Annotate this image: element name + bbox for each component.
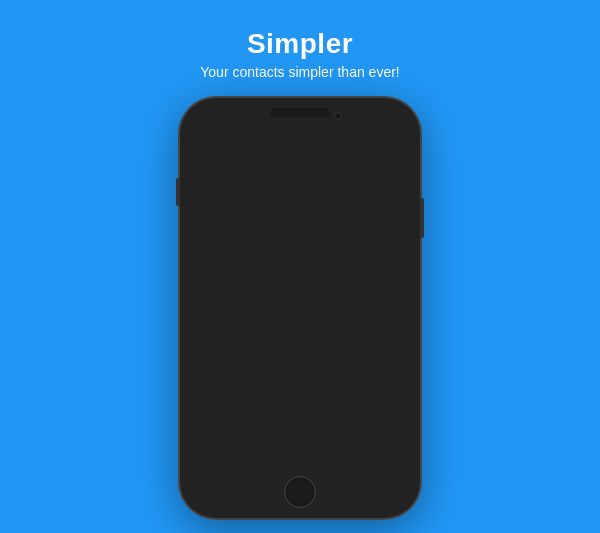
contact-detail: Software Engineer, Apple (242, 268, 343, 278)
more-tab-icon: ≡ (367, 434, 376, 452)
contact-detail: Web Developer, AT&T (242, 397, 330, 407)
search-placeholder: Search (225, 212, 254, 222)
section-header-a: A (192, 231, 408, 246)
avatar: AL (202, 294, 234, 326)
contact-name: Anthony Taylor (242, 385, 330, 397)
alpha-d[interactable]: D (400, 315, 406, 323)
alpha-p[interactable]: P (400, 408, 406, 416)
alpha-i[interactable]: I (400, 354, 406, 362)
page-header: Simpler Your contacts simpler than ever! (200, 28, 399, 80)
phone-wrapper: Carrier 6:30 PM ✏ Contacts Groups + (180, 98, 420, 518)
alpha-k[interactable]: K (400, 369, 406, 377)
alpha-l[interactable]: L (400, 377, 406, 385)
alpha-m[interactable]: M (400, 385, 406, 393)
contacts-tab-label: Contacts (212, 453, 244, 462)
alpha-g[interactable]: G (400, 338, 406, 346)
bottom-tab-bar: ☰ Contacts ⚒ Tools ≡ More (192, 426, 408, 466)
phone-speaker (270, 108, 330, 118)
contact-detail: Sales & BD, H&M (242, 311, 313, 321)
phone-home-button[interactable] (284, 476, 316, 508)
contacts-tab-icon: ☰ (221, 433, 235, 452)
alpha-b[interactable]: B (400, 299, 406, 307)
alpha-r[interactable]: R (400, 424, 406, 426)
tab-contacts-bottom[interactable]: ☰ Contacts (192, 433, 264, 462)
more-tab-label: More (363, 453, 381, 462)
toolbar: ✏ Contacts Groups + (192, 168, 408, 204)
alpha-h[interactable]: H (400, 346, 406, 354)
edit-icon[interactable]: ✏ (202, 176, 215, 195)
contact-arnold-wells[interactable]: AW Arnold Wells Sales, Nespresso (192, 418, 408, 426)
alpha-a[interactable]: A (400, 291, 406, 299)
contact-info: Andrey Miller Student, Standford (242, 342, 317, 364)
contact-info: Anthony Taylor Web Developer, AT&T (242, 385, 330, 407)
carrier-label: Carrier (202, 154, 232, 164)
tools-tab-label: Tools (291, 453, 310, 462)
phone-camera (334, 112, 342, 120)
avatar: AM (202, 337, 234, 369)
contact-amy-lewis[interactable]: AL Amy Lewis Sales & BD, H&M (192, 289, 408, 332)
contact-name: Amy Lewis (242, 299, 313, 311)
alpha-q[interactable]: Q (400, 416, 406, 424)
app-title: Simpler (200, 28, 399, 60)
alpha-e[interactable]: E (400, 322, 406, 330)
battery-icon (382, 155, 398, 163)
avatar: AW (202, 251, 234, 283)
search-icon: 🔍 (210, 212, 221, 222)
contact-info: Amy Lewis Sales & BD, H&M (242, 299, 313, 321)
alpha-f[interactable]: F (400, 330, 406, 338)
contact-detail: Student, Standford (242, 354, 317, 364)
contact-andrey-miller[interactable]: AM Andrey Miller Student, Standford (192, 332, 408, 375)
tab-contacts[interactable]: Contacts (241, 177, 304, 194)
battery-area (382, 155, 398, 163)
contact-name: Allen Walker (242, 256, 343, 268)
contact-allen-walker[interactable]: AW Allen Walker Software Engineer, Apple (192, 246, 408, 289)
status-bar: Carrier 6:30 PM (192, 150, 408, 168)
search-input-wrapper[interactable]: 🔍 Search (202, 209, 398, 225)
alpha-j[interactable]: J (400, 361, 406, 369)
avatar: AW (202, 423, 234, 426)
add-icon[interactable]: + (387, 175, 398, 196)
contact-info: Allen Walker Software Engineer, Apple (242, 256, 343, 278)
contact-anthony-taylor[interactable]: AT Anthony Taylor Web Developer, AT&T (192, 375, 408, 418)
app-subtitle: Your contacts simpler than ever! (200, 64, 399, 80)
time-label: 6:30 PM (290, 154, 324, 164)
contacts-list: A AW Allen Walker Software Engineer, App… (192, 231, 408, 426)
tab-more-bottom[interactable]: ≡ More (336, 434, 408, 462)
tab-tools-bottom[interactable]: ⚒ Tools (264, 433, 336, 462)
avatar: AT (202, 380, 234, 412)
alpha-c[interactable]: C (400, 307, 406, 315)
search-bar: 🔍 Search (192, 204, 408, 231)
alpha-o[interactable]: O (400, 400, 406, 408)
contact-name: Andrey Miller (242, 342, 317, 354)
phone-screen: Carrier 6:30 PM ✏ Contacts Groups + (192, 150, 408, 466)
tab-group: Contacts Groups (241, 177, 361, 194)
tab-groups[interactable]: Groups (306, 177, 362, 194)
alphabet-index[interactable]: A B C D E F G H I J K L M N O (400, 231, 406, 426)
contacts-scroll[interactable]: A AW Allen Walker Software Engineer, App… (192, 231, 408, 426)
alpha-n[interactable]: N (400, 393, 406, 401)
tools-tab-icon: ⚒ (293, 433, 307, 452)
